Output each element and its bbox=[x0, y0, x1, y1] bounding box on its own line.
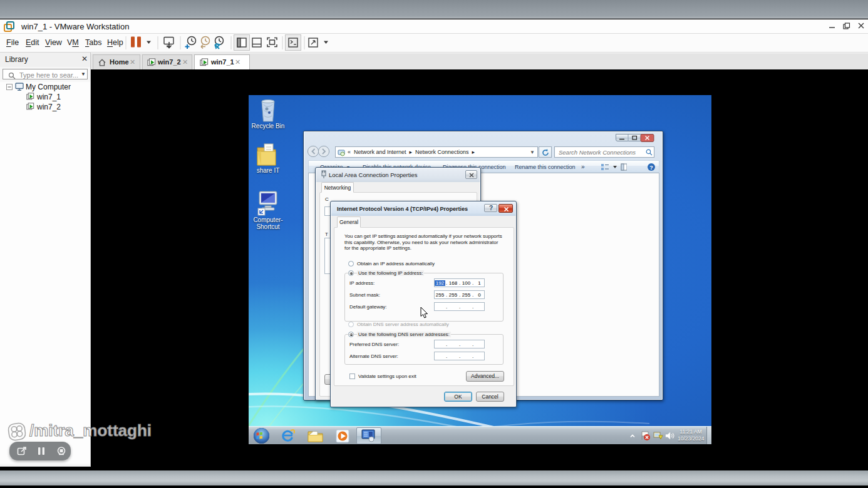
svg-text:?: ? bbox=[649, 165, 653, 171]
